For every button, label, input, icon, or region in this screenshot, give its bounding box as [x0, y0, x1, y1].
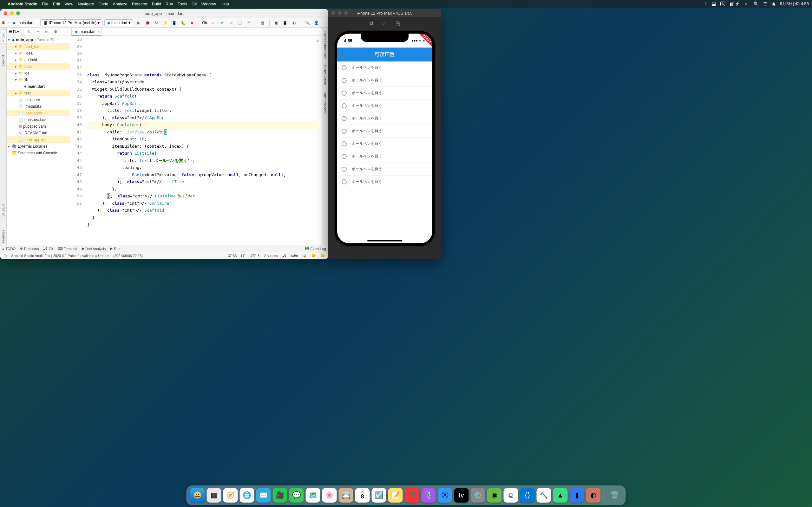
git-pull-button[interactable]: ↙: [210, 19, 217, 26]
dock-podcasts[interactable]: 🎙️: [421, 488, 436, 503]
menu-navigate[interactable]: Navigate: [78, 2, 94, 6]
project-add-icon[interactable]: ⊕: [26, 28, 32, 35]
sdk-manager-button[interactable]: ▣: [273, 19, 280, 26]
tree-node[interactable]: 📄.packages: [7, 110, 70, 116]
right-tab-inspector[interactable]: Flutter Inspector: [322, 89, 327, 115]
tree-node[interactable]: ▦pubspec.yaml: [7, 123, 70, 130]
menu-file[interactable]: File: [42, 2, 49, 6]
radio-icon[interactable]: [342, 91, 347, 96]
status-caret[interactable]: 37:33: [228, 254, 237, 258]
dock-trash[interactable]: 🗑️: [607, 488, 622, 503]
git-rollback-button[interactable]: ↶: [246, 19, 252, 26]
dock-reminders[interactable]: ☑️: [372, 488, 386, 503]
bottom-tab-terminal[interactable]: ⌨ Terminal: [58, 246, 78, 250]
todo-tile[interactable]: ボールペンを買う: [337, 74, 432, 87]
dock-photos[interactable]: 🌸: [322, 488, 337, 503]
git-history-button[interactable]: 🕓: [237, 19, 244, 26]
todo-tile[interactable]: ボールペンを買う: [337, 176, 432, 188]
run-config-selector[interactable]: ◆ main.dart ▾: [104, 19, 133, 26]
dock-app3[interactable]: ◐: [586, 488, 601, 503]
radio-icon[interactable]: [342, 78, 347, 83]
zoom-window[interactable]: [16, 11, 20, 15]
dock-contacts[interactable]: 📇: [339, 488, 353, 503]
radio-icon[interactable]: [342, 103, 347, 108]
status-message[interactable]: Android Studio Arctic Fox | 2020.3.1 Pat…: [11, 254, 143, 258]
dock-preferences[interactable]: ⚙️: [471, 488, 485, 503]
search-everywhere-button[interactable]: 🔍: [304, 19, 311, 26]
spotlight-icon[interactable]: 🔍: [753, 1, 759, 6]
sim-zoom[interactable]: [344, 11, 348, 15]
project-root[interactable]: ▾◆ todo_app ~/AndroidSt: [7, 37, 70, 43]
app-name[interactable]: Android Studio: [8, 2, 38, 6]
project-collapse-icon[interactable]: ⇥: [34, 28, 41, 35]
sim-home-icon[interactable]: ⌂: [383, 20, 387, 27]
profile-button[interactable]: 🐛: [180, 19, 187, 26]
bottom-tab-dart[interactable]: ◆ Dart Analysis: [82, 246, 106, 250]
device-selector[interactable]: 📱 iPhone 12 Pro Max (mobile) ▾: [40, 19, 102, 26]
dock-xcode[interactable]: 🔨: [537, 488, 551, 503]
tree-node[interactable]: M↓README.md: [7, 130, 70, 136]
dropbox-icon[interactable]: ⬓: [712, 1, 716, 6]
hot-reload-button[interactable]: ⚡: [162, 19, 169, 26]
left-tab-structure[interactable]: Structure: [1, 202, 6, 219]
settings-button[interactable]: 👤: [313, 19, 320, 26]
close-window[interactable]: [3, 11, 7, 15]
todo-tile[interactable]: ボールペンを買う: [337, 163, 432, 176]
menu-run[interactable]: Run: [165, 2, 173, 6]
bottom-tab-todo[interactable]: ≡ TODO: [2, 247, 15, 250]
radio-icon[interactable]: [342, 116, 347, 121]
radio-icon[interactable]: [342, 179, 347, 184]
dock-chrome[interactable]: 🌐: [240, 488, 254, 503]
status-line-sep[interactable]: LF: [241, 254, 245, 258]
wifi-icon[interactable]: ᯤ: [745, 1, 749, 6]
sim-minimize[interactable]: [338, 11, 342, 15]
bottom-tab-problems[interactable]: ⊘ Problems: [20, 246, 39, 250]
editor-tab-main[interactable]: ◆ main.dart ×: [71, 28, 101, 36]
todo-list[interactable]: ボールペンを買うボールペンを買うボールペンを買うボールペンを買うボールペンを買う…: [337, 61, 432, 188]
resource-manager-button[interactable]: ◐: [291, 19, 298, 26]
status-indent[interactable]: 2 spaces: [264, 254, 278, 258]
avd-manager-button[interactable]: ▦: [259, 19, 266, 26]
battery-icon[interactable]: ▮▯⚡: [729, 1, 740, 6]
dock-messages[interactable]: 💬: [289, 488, 304, 503]
tree-node[interactable]: ▾📁lib: [7, 76, 70, 83]
git-commit-button[interactable]: ✔: [219, 19, 226, 26]
device-manager-button[interactable]: 📱: [282, 19, 289, 26]
dock-app1[interactable]: ◉: [487, 488, 502, 503]
project-settings-icon[interactable]: ⚙: [52, 28, 59, 35]
status-encoding[interactable]: UTF-8: [250, 254, 259, 258]
todo-tile[interactable]: ボールペンを買う: [337, 137, 432, 150]
menu-git[interactable]: Git: [192, 2, 197, 6]
input-source-icon[interactable]: A: [720, 2, 725, 6]
inspection-ok-icon[interactable]: ✔: [316, 37, 319, 44]
todo-tile[interactable]: ボールペンを買う: [337, 125, 432, 137]
minimize-window[interactable]: [10, 11, 14, 15]
sim-screenshot-icon[interactable]: ⧉: [369, 20, 374, 27]
project-tree[interactable]: ▾◆ todo_app ~/AndroidSt ▾📁.dart_tool▸📁.i…: [7, 36, 70, 245]
radio-icon[interactable]: [342, 167, 347, 172]
stop-button[interactable]: ■: [189, 19, 195, 26]
breadcrumb-file[interactable]: main.dart: [17, 20, 33, 25]
control-center-icon[interactable]: ☰: [763, 1, 767, 6]
dock-app2[interactable]: ▮: [570, 488, 584, 503]
bottom-tab-eventlog[interactable]: 1 Event Log: [305, 247, 326, 250]
status-hide-icon[interactable]: ▢: [3, 253, 7, 258]
menu-help[interactable]: Help: [220, 2, 229, 6]
todo-tile[interactable]: ボールペンを買う: [337, 100, 432, 112]
project-view-selector[interactable]: ☰ P..▾: [9, 30, 19, 34]
home-indicator[interactable]: [367, 240, 402, 241]
clock[interactable]: 9月8日(水) 4:55: [780, 1, 809, 7]
code-editor[interactable]: 2829303132333435363738394041424344454647…: [70, 36, 322, 245]
menu-refactor[interactable]: Refactor: [132, 2, 148, 6]
dock-music[interactable]: 🎵: [405, 488, 419, 503]
tree-node[interactable]: 🗂️Scratches and Console: [7, 150, 70, 156]
menu-tools[interactable]: Tools: [177, 2, 187, 6]
left-tab-favorites[interactable]: Favorites: [1, 228, 6, 245]
tree-node[interactable]: 📄todo_app.iml: [7, 136, 70, 143]
dock-notes[interactable]: 📝: [388, 488, 403, 503]
dock-slack[interactable]: ⧉: [504, 488, 518, 503]
tree-node[interactable]: ▸📁ios: [7, 70, 70, 76]
left-tab-commit[interactable]: Commit: [1, 53, 6, 68]
todo-tile[interactable]: ボールペンを買う: [337, 150, 432, 163]
phone-screen[interactable]: DEBUG 4:55 ●●● ᯤ ▮ 可茂IT塾 ボールペンを買うボールペンを買…: [337, 34, 432, 243]
